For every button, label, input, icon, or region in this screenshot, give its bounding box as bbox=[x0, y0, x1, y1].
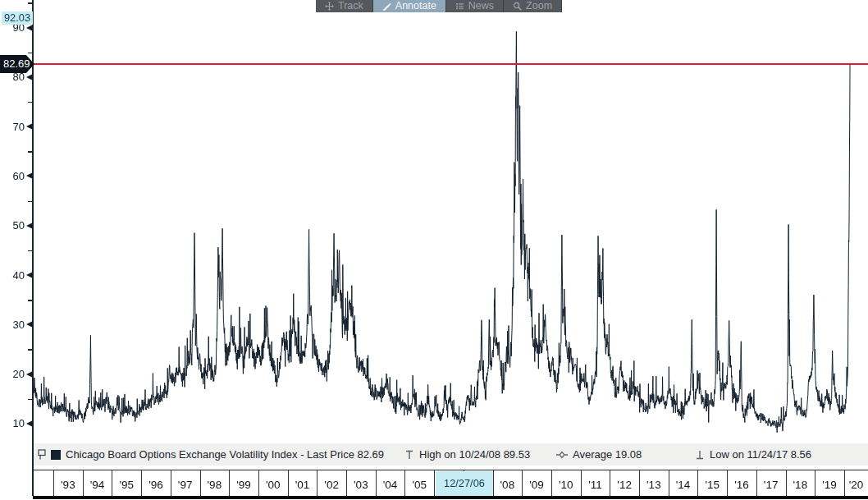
x-axis-baseline bbox=[33, 496, 868, 499]
x-tick-label-2016: '16 bbox=[727, 475, 756, 496]
y-tick-label-30: 30 bbox=[0, 319, 25, 332]
y-minor-tick bbox=[28, 250, 33, 252]
y-tick-label-70: 70 bbox=[0, 121, 25, 134]
pencil-icon bbox=[382, 2, 391, 11]
y-tick-label-10: 10 bbox=[0, 417, 25, 430]
y-tick-arrow-icon bbox=[26, 321, 33, 328]
x-tick-label-2013: '13 bbox=[639, 475, 669, 496]
y-tick-label-50: 50 bbox=[0, 219, 25, 232]
x-tick-label-2015: '15 bbox=[697, 475, 727, 496]
y-tick-arrow-icon bbox=[26, 420, 33, 427]
x-tick-label-1995: '95 bbox=[112, 475, 141, 496]
toolbar-button-track[interactable]: Track bbox=[316, 0, 372, 12]
y-tick-label-20: 20 bbox=[0, 368, 25, 381]
toolbar-button-label: Annotate bbox=[395, 0, 436, 12]
toolbar-button-label: Zoom bbox=[526, 0, 552, 12]
low-label: Low on 11/24/17 8.56 bbox=[710, 448, 811, 461]
y-minor-tick bbox=[28, 349, 33, 351]
legend-high-item: High on 10/24/08 89.53 bbox=[404, 443, 530, 466]
news-icon bbox=[455, 2, 464, 11]
y-tick-arrow-icon bbox=[26, 371, 33, 378]
x-tick-label-1999: '99 bbox=[229, 475, 258, 496]
crosshair-value-label: 92.03 bbox=[2, 11, 33, 25]
x-tick-label-2004: '04 bbox=[376, 475, 405, 496]
y-minor-tick bbox=[28, 53, 33, 54]
crosshair-date-label: 12/27/06 bbox=[436, 471, 493, 496]
toolbar-button-label: Track bbox=[338, 0, 363, 12]
x-tick-label-1997: '97 bbox=[171, 475, 200, 496]
y-minor-tick bbox=[28, 201, 33, 203]
x-tick-label-2005: '05 bbox=[404, 475, 434, 496]
x-tick-label-1996: '96 bbox=[141, 475, 171, 496]
average-label: Average 19.08 bbox=[573, 448, 642, 461]
x-tick-label-2014: '14 bbox=[669, 475, 698, 496]
average-marker-icon bbox=[556, 450, 568, 460]
x-tick-label-2020: '20 bbox=[844, 475, 868, 496]
y-tick-label-60: 60 bbox=[0, 170, 25, 183]
x-axis-top-line bbox=[33, 470, 868, 470]
x-tick-label-2012: '12 bbox=[610, 475, 639, 496]
y-minor-tick bbox=[28, 399, 33, 401]
magnifier-icon bbox=[513, 2, 522, 11]
x-axis-divider bbox=[434, 470, 435, 496]
high-marker-icon bbox=[404, 450, 414, 460]
x-tick-label-2000: '00 bbox=[258, 475, 288, 496]
x-tick-label-2003: '03 bbox=[346, 475, 376, 496]
y-tick-arrow-icon bbox=[26, 25, 33, 31]
y-minor-tick bbox=[28, 300, 33, 301]
legend-bar: Chicago Board Options Exchange Volatilit… bbox=[34, 443, 868, 466]
chart-toolbar: TrackAnnotateNewsZoom bbox=[316, 0, 562, 12]
y-tick-arrow-icon bbox=[26, 123, 33, 130]
legend-average-item: Average 19.08 bbox=[556, 443, 642, 466]
high-label: High on 10/24/08 89.53 bbox=[419, 448, 530, 461]
series-label: Chicago Board Options Exchange Volatilit… bbox=[66, 448, 384, 461]
last-price-threshold-line bbox=[33, 63, 868, 65]
y-tick-arrow-icon bbox=[26, 272, 33, 278]
y-tick-arrow-icon bbox=[26, 74, 33, 80]
move-icon bbox=[325, 2, 334, 11]
toolbar-button-zoom[interactable]: Zoom bbox=[504, 0, 561, 12]
y-minor-tick bbox=[28, 102, 33, 103]
x-tick-label-2011: '11 bbox=[581, 475, 610, 496]
toolbar-button-label: News bbox=[468, 0, 494, 12]
x-tick-label-2001: '01 bbox=[288, 475, 318, 496]
vix-chart-window: 908070605040302010 92.03 82.69 TrackAnno… bbox=[0, 0, 868, 500]
y-minor-tick bbox=[28, 151, 33, 153]
y-tick-arrow-icon bbox=[26, 222, 33, 229]
y-tick-arrow-icon bbox=[26, 172, 33, 179]
toolbar-button-annotate[interactable]: Annotate bbox=[373, 0, 445, 12]
x-tick-label-1994: '94 bbox=[83, 475, 112, 496]
legend-series-item: Chicago Board Options Exchange Volatilit… bbox=[38, 443, 384, 466]
x-tick-label-1993: '93 bbox=[53, 475, 83, 496]
x-tick-label-2010: '10 bbox=[551, 475, 581, 496]
y-tick-label-40: 40 bbox=[0, 269, 25, 282]
x-tick-label-2018: '18 bbox=[786, 475, 815, 496]
panel-pin-icon[interactable] bbox=[38, 449, 46, 460]
series-color-swatch[interactable] bbox=[51, 450, 61, 460]
x-tick-label-2019: '19 bbox=[815, 475, 844, 496]
price-series-canvas[interactable] bbox=[0, 0, 868, 444]
x-tick-label-2017: '17 bbox=[756, 475, 786, 496]
x-tick-label-2008: '08 bbox=[493, 475, 523, 496]
low-marker-icon bbox=[695, 450, 705, 460]
x-tick-label-1998: '98 bbox=[200, 475, 230, 496]
legend-low-item: Low on 11/24/17 8.56 bbox=[695, 443, 811, 466]
y-minor-tick bbox=[28, 2, 33, 4]
toolbar-button-news[interactable]: News bbox=[446, 0, 503, 12]
x-tick-label-2002: '02 bbox=[317, 475, 346, 496]
x-tick-label-2009: '09 bbox=[522, 475, 551, 496]
